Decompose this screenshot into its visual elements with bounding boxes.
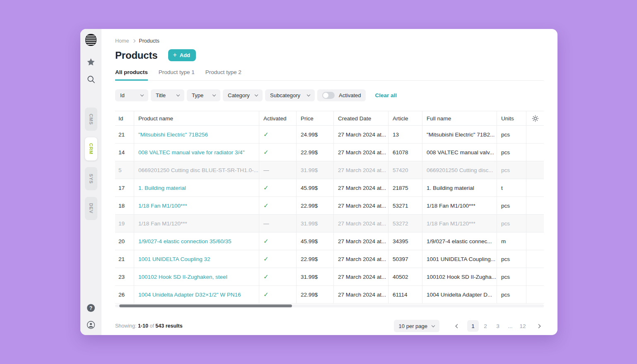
table-row: 171. Building material✓45.99$27 March 20… xyxy=(115,179,544,197)
help-icon[interactable]: ? xyxy=(87,304,95,312)
cell-activated: ✓ xyxy=(259,232,296,250)
chevron-down-icon xyxy=(176,93,180,96)
page-1[interactable]: 1 xyxy=(467,320,479,332)
column-header-activated: Activated xyxy=(259,111,296,126)
check-icon: ✓ xyxy=(263,291,269,298)
per-page-select[interactable]: 10 per page xyxy=(394,320,439,332)
cell-price: 45.99$ xyxy=(296,232,333,250)
filter-dropdown-type[interactable]: Type xyxy=(187,89,220,101)
app-logo[interactable] xyxy=(85,34,97,46)
cell-created-date: 27 March 2024 at... xyxy=(333,179,388,197)
cell-id: 26 xyxy=(115,286,134,304)
cell-actions xyxy=(526,126,544,144)
cell-actions xyxy=(526,197,544,215)
filter-label: Category xyxy=(228,92,250,98)
scrollbar-thumb[interactable] xyxy=(119,304,292,307)
column-header-id: Id xyxy=(115,111,134,126)
add-button-label: Add xyxy=(180,52,190,58)
product-name-link[interactable]: 100102 Hook SD II-Zughaken, steel xyxy=(134,268,259,286)
cell-article: 13 xyxy=(388,126,422,144)
module-tab-crm[interactable]: CRM xyxy=(85,137,97,160)
cell-price: 31.99$ xyxy=(296,268,333,286)
chevron-left-icon xyxy=(455,324,459,328)
page-2[interactable]: 2 xyxy=(480,320,491,332)
star-icon xyxy=(87,58,95,66)
settings-gear-icon xyxy=(532,115,539,122)
cell-full-name: 1/18 Fan M1/100*** xyxy=(422,197,497,215)
chevron-down-icon xyxy=(140,93,144,96)
cell-actions xyxy=(526,161,544,179)
cell-full-name: "Mitsubishi Electric" 71B2... xyxy=(422,126,497,144)
cell-price: 31.99$ xyxy=(296,161,333,179)
tab-product-type-1[interactable]: Product type 1 xyxy=(159,69,195,80)
cell-created-date: 27 March 2024 at... xyxy=(333,197,388,215)
product-name-link[interactable]: 1. Building material xyxy=(134,179,259,197)
cell-actions xyxy=(526,232,544,250)
page-3[interactable]: 3 xyxy=(492,320,504,332)
table-row: 14008 VALTEC manual valve for radiator 3… xyxy=(115,144,544,161)
chevron-down-icon xyxy=(255,93,258,96)
cell-actions xyxy=(526,286,544,304)
check-icon: ✓ xyxy=(263,131,269,138)
filter-bar: IdTitleTypeCategorySubcategory Activated… xyxy=(115,89,544,101)
table-row: 201/9/027-4 elastic connection 35/60/35✓… xyxy=(115,232,544,250)
table-footer: Showing: 1-10 of 543 results 10 per page… xyxy=(115,320,544,332)
tab-product-type-2[interactable]: Product type 2 xyxy=(205,69,241,80)
column-settings[interactable] xyxy=(526,111,544,126)
cell-article: 57420 xyxy=(388,161,422,179)
product-name-link[interactable]: 1/18 Fan M1/100*** xyxy=(134,197,259,215)
module-tab-sys[interactable]: SYS xyxy=(85,167,97,190)
toggle-switch[interactable] xyxy=(322,92,335,99)
cell-article: 40502 xyxy=(388,268,422,286)
cell-full-name: 0669201250 Cutting disc... xyxy=(422,161,497,179)
page-ellipsis: ... xyxy=(504,320,516,332)
activated-filter-toggle[interactable]: Activated xyxy=(317,89,366,101)
product-name-link[interactable]: 1/9/027-4 elastic connection 35/60/35 xyxy=(134,232,259,250)
app-window: CMSCRMSYSDEV ? Home Products Products + … xyxy=(80,29,557,335)
product-name-link[interactable]: "Mitsubishi Electric" 71B256 xyxy=(134,126,259,144)
product-name-link[interactable]: 1001 UNIDELTA Coupling 32 xyxy=(134,250,259,268)
cell-created-date: 27 March 2024 at... xyxy=(333,144,388,161)
breadcrumb-home[interactable]: Home xyxy=(115,38,129,44)
check-icon: ✓ xyxy=(263,184,269,192)
product-name-link[interactable]: 1004 Unidelta Adapter D32×1/2" W PN16 xyxy=(134,286,259,304)
cell-actions xyxy=(526,215,544,232)
cell-units: pcs xyxy=(497,144,526,161)
module-tab-cms[interactable]: CMS xyxy=(85,108,97,131)
sidebar: CMSCRMSYSDEV ? xyxy=(80,29,101,335)
cell-price: 24.99$ xyxy=(296,126,333,144)
tab-all-products[interactable]: All products xyxy=(115,69,148,81)
account-icon[interactable] xyxy=(87,321,95,329)
cell-article: 34395 xyxy=(388,232,422,250)
filter-label: Title xyxy=(156,92,166,98)
filter-dropdown-category[interactable]: Category xyxy=(223,89,263,101)
column-header-price: Price xyxy=(296,111,333,126)
cell-units: pcs xyxy=(497,197,526,215)
search-button[interactable] xyxy=(87,75,95,84)
clear-all-button[interactable]: Clear all xyxy=(375,92,397,98)
table-header: IdProduct nameActivatedPriceCreated Date… xyxy=(115,111,544,126)
cell-id: 23 xyxy=(115,268,134,286)
chevron-down-icon xyxy=(307,93,310,96)
next-page-button[interactable] xyxy=(533,320,544,332)
cell-units: pcs xyxy=(497,215,526,232)
filter-label: Subcategory xyxy=(270,92,300,98)
cell-price: 22.99$ xyxy=(296,286,333,304)
filter-dropdown-subcategory[interactable]: Subcategory xyxy=(265,89,315,101)
module-tab-dev[interactable]: DEV xyxy=(85,197,97,220)
favorites-button[interactable] xyxy=(87,58,95,66)
check-icon: ✓ xyxy=(263,148,269,156)
check-icon: ✓ xyxy=(263,255,269,263)
page-12[interactable]: 12 xyxy=(517,320,528,332)
cell-created-date: 27 March 2024 at... xyxy=(333,268,388,286)
cell-full-name: 1001 UNIDELTA Coupling... xyxy=(422,250,497,268)
cell-id: 21 xyxy=(115,250,134,268)
add-button[interactable]: + Add xyxy=(168,49,196,61)
product-name-link[interactable]: 008 VALTEC manual valve for radiator 3/4… xyxy=(134,144,259,161)
chevron-right-icon xyxy=(536,324,540,328)
filter-dropdown-id[interactable]: Id xyxy=(115,89,148,101)
prev-page-button[interactable] xyxy=(452,320,463,332)
column-header-units: Units xyxy=(497,111,526,126)
chevron-right-icon xyxy=(132,39,135,43)
filter-dropdown-title[interactable]: Title xyxy=(151,89,184,101)
